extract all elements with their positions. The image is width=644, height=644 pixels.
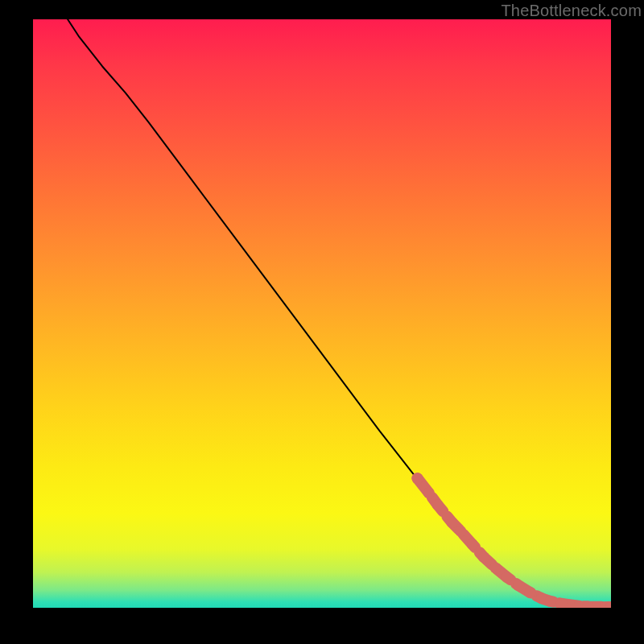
- marker-dot: [513, 580, 524, 591]
- marker-dot: [489, 562, 501, 573]
- plot-svg: [33, 19, 611, 608]
- marker-dot: [502, 572, 513, 583]
- marker-dot: [478, 551, 489, 563]
- marker-dot: [524, 587, 535, 598]
- marker-dot: [455, 526, 466, 537]
- plot-area: [33, 19, 611, 608]
- marker-dot: [432, 499, 444, 510]
- marker-dot: [411, 473, 423, 484]
- marker-dot: [545, 596, 556, 607]
- marker-dot: [447, 517, 458, 528]
- attribution-text: TheBottleneck.com: [0, 2, 642, 20]
- chart-stage: TheBottleneck.com: [0, 0, 644, 644]
- marker-dot: [467, 539, 478, 550]
- marker-dot: [423, 487, 435, 498]
- curve-line: [68, 19, 611, 607]
